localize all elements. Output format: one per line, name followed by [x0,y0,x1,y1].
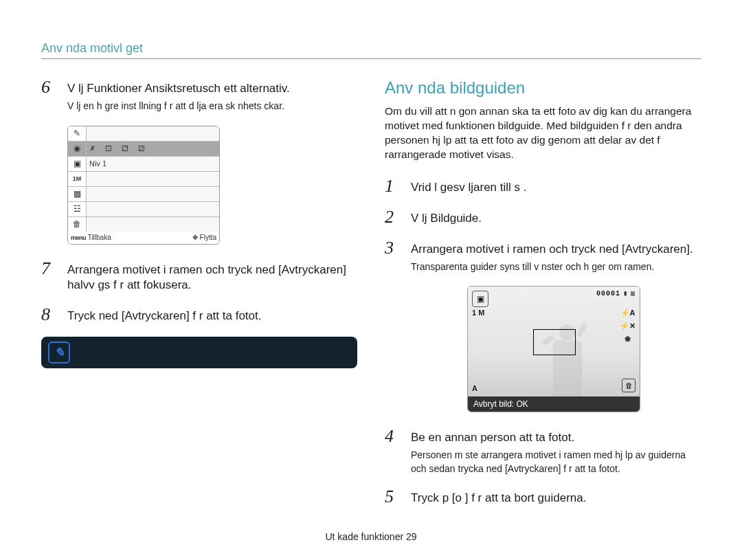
left-column: 6 V lj Funktioner Ansiktsretusch ett alt… [41,78,357,519]
right-column: Anv nda bildguiden Om du vill att n gon … [385,78,701,519]
step-text: Tryck ned [Avtryckaren] f r att ta fotot… [67,309,357,324]
step-subtext: V lj en h gre inst llning f r att d lja … [67,100,357,113]
move-label: Flytta [200,234,216,241]
step-4: 4 Be en annan person att ta fotot. Perso… [385,427,701,475]
camera-liveview-screenshot: ▣ 00001 ▮ ▥ ⚡A ⚡✕ ❀ 1 M [467,286,640,412]
flash-off-icon: ⚡✕ [620,322,636,331]
step-subtext: Transparenta guider syns till v nster oc… [411,260,701,274]
step-8: 8 Tryck ned [Avtryckaren] f r att ta fot… [41,306,357,324]
step-text: Arrangera motivet i ramen och tryck ned … [411,242,701,258]
step-number: 4 [385,427,404,445]
note-box: ✎ [41,337,357,368]
section-title: Anv nda bildguiden [385,78,701,98]
step-number: 2 [385,208,404,226]
step-1: 1 Vrid l gesv ljaren till s . [385,177,701,196]
step-subtext: Personen m ste arrangera motivet i ramen… [411,449,701,475]
step-2: 2 V lj Bildguide. [385,208,701,227]
trash-icon: 🗑 [622,379,636,392]
portrait-icon: ✎ [74,128,80,138]
step-number: 5 [385,488,404,506]
camera-menu-screenshot: ✎ ◉ ✗ ⚀ ⚁ ⚂ ▣ Niv 1 1M [67,126,220,245]
step-6: 6 V lj Funktioner Ansiktsretusch ett alt… [41,78,357,113]
level-off-icon: ✗ [89,144,95,153]
step-text: Vrid l gesv ljaren till s . [411,180,701,196]
step-text: V lj Funktioner Ansiktsretusch ett alter… [67,81,357,97]
auto-label: A [472,384,477,392]
step-text: Be en annan person att ta fotot. [411,430,701,446]
voice-icon: ☳ [74,204,81,214]
page-footer: Ut kade funktioner 29 [0,531,742,542]
level-3-icon: ⚂ [138,144,145,153]
subject-silhouette [537,314,598,396]
mode-icon: ▣ [472,291,488,307]
focus-frame [533,329,576,355]
level-2-icon: ⚁ [122,144,128,153]
menu-icon: menu [71,234,86,241]
delete-icon: 🗑 [73,219,81,229]
level-label: Niv 1 [89,159,106,168]
size-icon: 1M [73,175,82,182]
step-number: 6 [41,78,60,96]
counter-label: 00001 [596,290,620,298]
step-number: 1 [385,177,404,195]
page-number: 29 [406,531,417,542]
liveview-footer: Avbryt bild: OK [468,396,640,412]
note-icon: ✎ [48,341,70,363]
face-detection-icon: ◉ [74,144,80,153]
step-number: 7 [41,260,60,278]
quality-icon: ▦ [74,189,81,199]
level-1-icon: ⚀ [105,144,112,153]
step-text: Arrangera motivet i ramen och tryck ned … [67,262,357,294]
step-number: 3 [385,239,404,257]
storage-icon: ▮ [623,289,628,298]
step-number: 8 [41,306,60,324]
step-7: 7 Arrangera motivet i ramen och tryck ne… [41,260,357,294]
focus-icon: ▣ [74,159,81,168]
step-3: 3 Arrangera motivet i ramen och tryck ne… [385,239,701,274]
back-label: Tillbaka [88,234,111,241]
step-text: Tryck p [o ] f r att ta bort guiderna. [411,491,701,506]
page-header: Anv nda motivl get [41,41,701,59]
move-icon: ✥ [192,234,198,241]
flash-icon: ⚡A [620,309,636,317]
section-intro: Om du vill att n gon annan ska ta ett fo… [385,104,701,162]
footer-section: Ut kade funktioner [325,531,403,542]
resolution-label: 1 M [472,309,484,317]
step-5: 5 Tryck p [o ] f r att ta bort guiderna. [385,488,701,506]
battery-icon: ▥ [631,289,636,298]
step-text: V lj Bildguide. [411,211,701,227]
macro-icon: ❀ [625,335,631,344]
